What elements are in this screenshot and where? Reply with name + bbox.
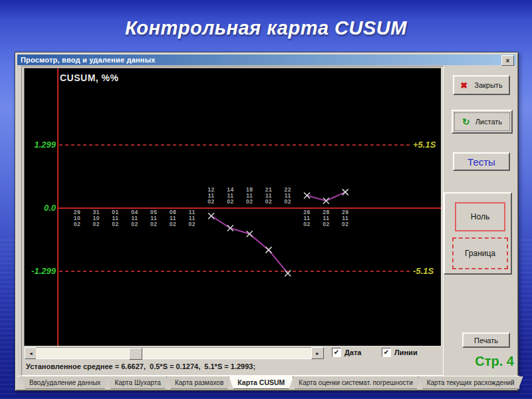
date-label: 02 (189, 221, 196, 227)
window-title: Просмотр, ввод и удаление данных (17, 56, 156, 64)
date-label: 02 (227, 198, 233, 205)
date-label: 02 (342, 221, 348, 227)
scroll-right-icon: ► (315, 351, 320, 356)
lower-limit-label: -5.1S (413, 266, 434, 276)
tab-ввод-удаление-данных[interactable]: Ввод/удаление данных (21, 376, 109, 389)
tab-карта-текущих-расхождений[interactable]: Карта текущих расхождений (418, 376, 523, 389)
date-label: 02 (170, 221, 176, 227)
check-icon: ✔ (384, 349, 389, 356)
date-label: 02 (265, 198, 272, 205)
data-point-marker (342, 189, 348, 195)
browse-button-label: Листать (475, 118, 502, 126)
date-label: 02 (303, 221, 310, 227)
page-number: Стр. 4 (448, 354, 514, 369)
date-label: 02 (112, 221, 118, 227)
date-label: 02 (93, 221, 100, 227)
cusum-chart-svg: CUSUM, %%1.2990.0-1.299+5.1S-5.1S2910023… (25, 68, 441, 346)
window-close-button[interactable]: × (501, 55, 514, 66)
dialog-window: Просмотр, ввод и удаление данных × CUSUM… (15, 52, 519, 391)
date-label: 02 (150, 221, 157, 227)
cusum-chart-area: CUSUM, %%1.2990.0-1.299+5.1S-5.1S2910023… (24, 68, 442, 346)
cusum-line-segment (211, 216, 288, 273)
tests-button[interactable]: Тесты (453, 152, 510, 171)
legend-panel: Ноль Граница (444, 192, 512, 275)
browse-button[interactable]: ↻ Листать (452, 110, 513, 134)
red-x-icon: ✖ (460, 80, 467, 90)
date-checkbox[interactable]: ✔ Дата (332, 348, 361, 357)
tab-карта-оценки-системат-погрешности[interactable]: Карта оценки системат. погрешности (290, 376, 421, 389)
zero-line-legend[interactable]: Ноль (455, 202, 505, 231)
close-icon: × (506, 57, 510, 65)
tab-карта-cusum[interactable]: Карта CUSUM (229, 376, 293, 389)
print-button-label: Печать (474, 336, 498, 344)
scroll-right-button[interactable]: ► (311, 347, 324, 359)
scrollbar-thumb[interactable] (129, 348, 142, 360)
scrollbar-track[interactable] (36, 347, 311, 359)
data-point-marker (208, 213, 214, 219)
y-tick-label: 1.299 (34, 140, 56, 150)
date-label: 02 (323, 221, 329, 227)
window-titlebar[interactable]: Просмотр, ввод и удаление данных × (17, 55, 516, 65)
date-label: 02 (246, 198, 253, 205)
status-bar: Установленное среднее = 6.6627, 0.5*S = … (26, 362, 255, 370)
y-tick-label: 0.0 (44, 203, 57, 213)
tests-button-label: Тесты (467, 156, 495, 168)
cusum-line-segment (307, 192, 346, 201)
lines-checkbox-label: Линии (394, 348, 418, 356)
y-tick-label: -1.299 (31, 266, 57, 276)
tab-карта-шухарта[interactable]: Карта Шухарта (106, 376, 170, 389)
upper-limit-label: +5.1S (413, 140, 436, 150)
date-label: 02 (74, 221, 80, 227)
date-label: 02 (131, 221, 138, 227)
slide-title: Контрольная карта CUSUM (0, 17, 532, 39)
check-icon: ✔ (334, 349, 339, 356)
browse-button-focus: ↻ Листать (454, 112, 510, 131)
data-point-marker (266, 247, 272, 253)
date-checkbox-label: Дата (344, 348, 361, 356)
presentation-slide: Контрольная карта CUSUM Просмотр, ввод и… (0, 0, 532, 399)
close-button-label: Закрыть (474, 81, 502, 89)
tab-карта-размахов[interactable]: Карта размахов (166, 376, 232, 389)
close-button[interactable]: ✖ Закрыть (453, 75, 510, 95)
lines-checkbox-box[interactable]: ✔ (382, 348, 391, 357)
date-checkbox-box[interactable]: ✔ (332, 348, 341, 357)
date-label: 02 (285, 198, 291, 205)
tab-bar: Ввод/удаление данныхКарта ШухартаКарта р… (17, 376, 519, 389)
scroll-left-icon: ◄ (29, 351, 33, 356)
lines-checkbox[interactable]: ✔ Линии (382, 348, 418, 357)
boundary-line-legend[interactable]: Граница (452, 237, 508, 269)
refresh-icon: ↻ (462, 117, 470, 126)
zero-legend-label: Ноль (471, 212, 489, 221)
chart-title: CUSUM, %% (60, 72, 119, 83)
date-label: 02 (207, 198, 214, 205)
print-button[interactable]: Печать (462, 332, 510, 348)
boundary-legend-label: Граница (465, 249, 495, 258)
